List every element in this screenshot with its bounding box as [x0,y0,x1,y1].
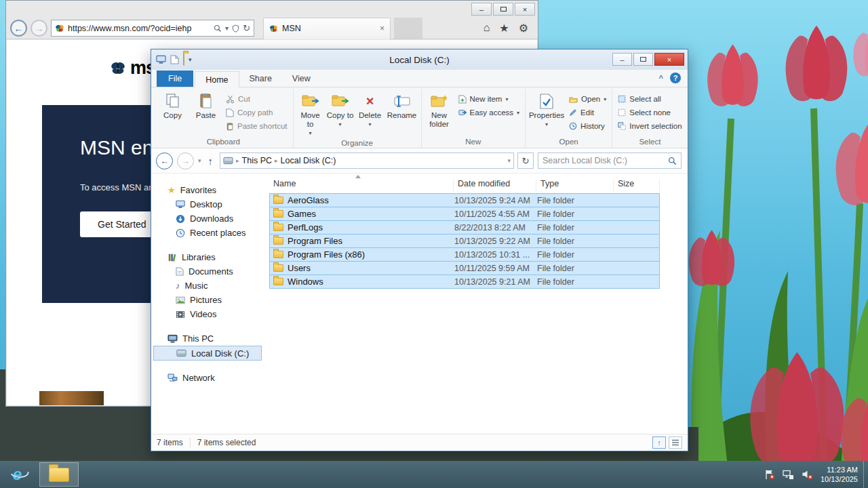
new-folder-button[interactable]: New folder [425,90,454,129]
file-row-perflogs[interactable]: PerfLogs 8/22/2013 8:22 AM File folder [269,220,660,235]
column-date-modified[interactable]: Date modified [454,179,536,192]
breadcrumb-this-pc[interactable]: This PC [242,156,272,165]
nav-back-button[interactable]: ← [156,152,173,169]
favorites-star-icon[interactable]: ★ [499,22,509,35]
up-one-level-button[interactable]: ↑ [205,155,216,167]
folder-icon[interactable] [183,54,184,66]
quick-access-toolbar[interactable]: ▾ [156,54,192,66]
file-row-program-files[interactable]: Program Files 10/13/2025 9:22 AM File fo… [269,234,660,248]
address-dropdown-icon[interactable]: ▾ [225,24,229,32]
network-status-icon[interactable] [783,470,794,480]
chevron-right-icon[interactable]: ▸ [275,157,278,164]
drive-icon [176,349,186,357]
sidebar-item-music[interactable]: ♪ Music [151,279,264,293]
ie-minimize-button[interactable]: – [471,3,492,16]
properties-button[interactable]: Properties ▾ [528,90,565,128]
refresh-icon[interactable]: ↻ [243,23,250,33]
column-type[interactable]: Type [536,179,614,192]
computer-icon[interactable] [156,55,166,64]
sidebar-item-documents[interactable]: Documents [151,264,264,279]
sidebar-item-pictures[interactable]: Pictures [151,293,264,307]
breadcrumb-local-disk[interactable]: Local Disk (C:) [281,156,336,165]
easy-access-button[interactable]: Easy access ▾ [456,106,523,119]
copy-button[interactable]: Copy [157,90,189,121]
chevron-right-icon[interactable]: ▸ [236,157,239,164]
paste-shortcut-button[interactable]: Paste shortcut [223,119,290,133]
ie-forward-button[interactable]: → [31,20,47,37]
tab-close-icon[interactable]: × [380,24,384,33]
column-size[interactable]: Size [614,179,660,192]
tab-file[interactable]: File [157,70,193,87]
taskbar-internet-explorer-button[interactable]: e [0,461,39,488]
cut-button[interactable]: Cut [223,92,290,106]
file-row-windows[interactable]: Windows 10/13/2025 9:21 AM File folder [269,274,660,289]
search-icon[interactable] [214,24,222,33]
tab-view[interactable]: View [282,70,321,87]
tab-home[interactable]: Home [195,71,239,87]
home-icon[interactable]: ⌂ [484,22,490,35]
select-none-button[interactable]: Select none [615,106,684,119]
address-bar[interactable]: https://www.msn.com/?ocid=iehp ▾ ↻ [51,20,254,37]
nav-forward-button[interactable]: → [177,152,194,169]
rename-button[interactable]: Rename [386,90,418,121]
help-icon[interactable]: ? [670,73,681,83]
select-all-button[interactable]: Select all [615,92,684,106]
sidebar-item-network[interactable]: Network [151,371,264,385]
volume-icon[interactable] [802,469,813,480]
action-center-flag-icon[interactable] [764,469,775,480]
column-name[interactable]: Name [269,179,454,192]
explorer-close-button[interactable]: × [654,53,684,66]
refresh-button[interactable]: ↻ [517,152,534,169]
ie-maximize-button[interactable] [493,3,513,16]
explorer-maximize-button[interactable] [633,53,653,66]
taskbar-clock[interactable]: 11:23 AM 10/13/2025 [821,465,858,485]
breadcrumb-dropdown-icon[interactable]: ▾ [507,157,511,164]
explorer-titlebar[interactable]: ▾ Local Disk (C:) – × [151,49,688,70]
search-input[interactable] [542,156,664,165]
details-view-button[interactable] [669,436,682,449]
recent-locations-icon[interactable]: ▾ [198,157,201,164]
copy-path-button[interactable]: Copy path [223,106,290,119]
collapse-ribbon-icon[interactable]: ^ [659,74,663,82]
sidebar-item-videos[interactable]: Videos [151,307,264,321]
paste-button[interactable]: Paste [190,90,222,121]
delete-button[interactable]: × Delete ▾ [356,90,384,128]
sort-ascending-icon [355,175,361,178]
taskbar-file-explorer-button[interactable] [39,462,79,487]
file-row-users[interactable]: Users 10/11/2025 9:59 AM File folder [269,261,660,275]
breadcrumb[interactable]: ▸ This PC ▸ Local Disk (C:) ▾ [220,152,514,169]
ie-back-button[interactable]: ← [10,20,27,37]
sidebar-item-desktop[interactable]: Desktop [151,197,264,211]
new-tab-area[interactable] [394,18,422,39]
sidebar-item-libraries[interactable]: Libraries [151,250,264,264]
large-icons-view-button[interactable]: ↑ [652,436,666,449]
settings-gear-icon[interactable]: ⚙ [519,22,528,35]
ie-titlebar[interactable]: – × [6,1,538,18]
file-row-aeroglass[interactable]: AeroGlass 10/13/2025 9:24 AM File folder [269,193,660,207]
document-icon[interactable] [170,55,179,64]
file-row-games[interactable]: Games 10/11/2025 4:55 AM File folder [269,207,660,221]
group-label-select: Select [615,136,684,148]
url-text[interactable]: https://www.msn.com/?ocid=iehp [68,24,210,33]
copy-to-button[interactable]: Copy to ▾ [326,90,355,128]
search-icon[interactable] [668,157,677,165]
search-box[interactable] [538,152,682,169]
explorer-minimize-button[interactable]: – [612,53,632,66]
ie-close-button[interactable]: × [515,3,535,16]
sidebar-item-downloads[interactable]: Downloads [151,211,264,226]
tab-msn[interactable]: MSN × [263,18,391,39]
sidebar-item-recent-places[interactable]: Recent places [151,226,264,240]
show-desktop-button[interactable] [863,461,868,488]
new-item-button[interactable]: New item ▾ [456,92,523,106]
tab-share[interactable]: Share [239,70,282,87]
sidebar-item-local-disk-c[interactable]: Local Disk (C:) [153,346,262,361]
edit-button[interactable]: Edit [566,106,609,119]
history-button[interactable]: History [566,119,609,133]
sidebar-item-favorites[interactable]: ★ Favorites [151,183,264,197]
file-row-program-files-x86[interactable]: Program Files (x86) 10/13/2025 10:31 ...… [269,247,660,262]
invert-selection-button[interactable]: Invert selection [615,119,684,133]
move-to-button[interactable]: Move to ▾ [296,90,325,138]
qat-dropdown-icon[interactable]: ▾ [189,56,192,63]
sidebar-item-this-pc[interactable]: This PC [151,331,264,346]
open-button[interactable]: Open ▾ [566,92,609,106]
